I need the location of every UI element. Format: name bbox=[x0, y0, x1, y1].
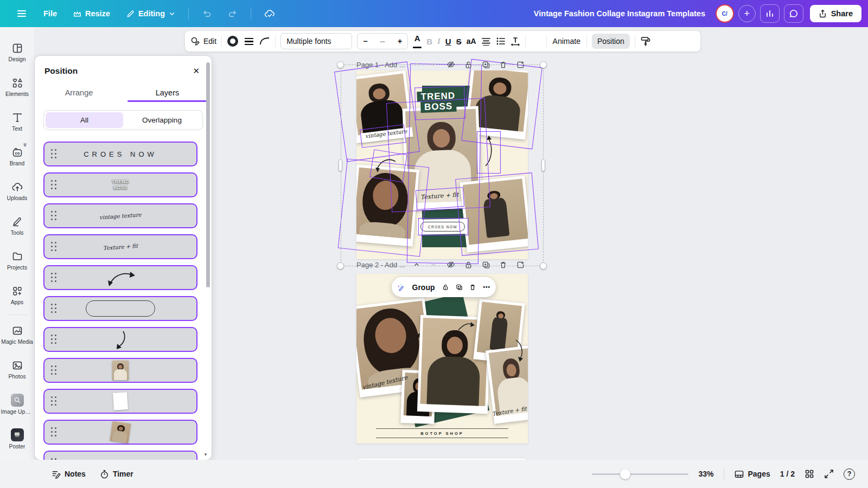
text-color-button[interactable]: A bbox=[413, 34, 422, 49]
notes-button[interactable]: Notes bbox=[52, 470, 86, 479]
animate-button[interactable]: Animate bbox=[552, 34, 582, 49]
zoom-slider-thumb[interactable] bbox=[620, 469, 630, 479]
layer-row-photo[interactable] bbox=[43, 358, 197, 383]
page1-title[interactable]: Page 1 - Add ... bbox=[356, 61, 405, 69]
move-page-down-icon[interactable] bbox=[430, 261, 437, 268]
duplicate-icon[interactable] bbox=[456, 282, 462, 292]
scroll-down-icon[interactable]: ▼ bbox=[203, 452, 208, 457]
text-case-button[interactable]: aA bbox=[467, 37, 476, 46]
text-spacing-button[interactable] bbox=[510, 36, 520, 46]
stroke-weight-button[interactable] bbox=[244, 36, 254, 46]
tab-layers[interactable]: Layers bbox=[123, 84, 212, 101]
edit-image-button[interactable]: Edit bbox=[190, 36, 216, 46]
resize-handle-e[interactable] bbox=[541, 159, 545, 171]
lock-page-icon[interactable] bbox=[464, 261, 473, 269]
zoom-slider-track[interactable] bbox=[592, 473, 688, 475]
sidebar-item-elements[interactable]: Elements bbox=[0, 69, 34, 104]
duplicate-page-icon[interactable] bbox=[482, 261, 490, 269]
bold-button[interactable]: B bbox=[426, 37, 432, 46]
filter-overlapping[interactable]: Overlapping bbox=[123, 112, 201, 128]
redo-button[interactable] bbox=[221, 4, 244, 23]
sidebar-item-brand[interactable]: ♛ co Brand bbox=[0, 139, 34, 174]
layer-row-photo[interactable] bbox=[43, 420, 197, 445]
alignment-button[interactable] bbox=[481, 37, 491, 46]
resize-handle-sw[interactable] bbox=[337, 262, 344, 269]
hide-page-icon[interactable] bbox=[446, 60, 455, 69]
line-curve-button[interactable] bbox=[259, 37, 270, 46]
add-member-button[interactable]: + bbox=[738, 5, 756, 22]
delete-page-icon[interactable] bbox=[499, 61, 507, 69]
underline-button[interactable]: U bbox=[445, 37, 451, 46]
duplicate-page-icon[interactable] bbox=[482, 61, 490, 69]
resize-button[interactable]: Resize bbox=[67, 5, 117, 22]
strikethrough-button[interactable]: S bbox=[456, 37, 462, 46]
lock-page-icon[interactable] bbox=[464, 61, 473, 69]
resize-handle-w[interactable] bbox=[339, 159, 342, 171]
fullscreen-button[interactable] bbox=[824, 469, 834, 479]
add-page-icon[interactable] bbox=[516, 261, 525, 269]
sidebar-item-poster[interactable]: Poster bbox=[0, 421, 34, 456]
position-button[interactable]: Position bbox=[592, 34, 630, 49]
page1-artboard[interactable]: TREND BOSS vintage texture Texture + fit… bbox=[356, 70, 528, 259]
filter-all[interactable]: All bbox=[46, 112, 123, 128]
comments-button[interactable] bbox=[784, 4, 803, 23]
move-page-down-icon[interactable] bbox=[430, 61, 437, 68]
layer-row-clipped[interactable] bbox=[43, 451, 197, 460]
font-size-value[interactable]: -- bbox=[380, 37, 385, 46]
layer-row-script[interactable]: vintage texture bbox=[43, 203, 197, 228]
zoom-slider[interactable] bbox=[592, 469, 688, 479]
zoom-level[interactable]: 33% bbox=[698, 470, 713, 478]
share-button[interactable]: Share bbox=[810, 5, 861, 22]
sidebar-item-tools[interactable]: Tools bbox=[0, 208, 34, 243]
list-button[interactable] bbox=[496, 37, 506, 46]
user-avatar[interactable]: C/ bbox=[716, 4, 734, 23]
hide-page-icon[interactable] bbox=[446, 260, 455, 269]
font-size-increase[interactable]: + bbox=[398, 37, 402, 46]
italic-button[interactable]: I bbox=[437, 37, 441, 46]
sidebar-item-photos[interactable]: Photos bbox=[0, 352, 34, 387]
layer-row-badge[interactable]: TRENDBOSS bbox=[43, 172, 197, 197]
layer-row-text[interactable]: CROES NOW bbox=[43, 142, 197, 166]
resize-handle-nw[interactable] bbox=[337, 61, 344, 68]
layer-row-script[interactable]: Texture + fit bbox=[43, 234, 197, 259]
resize-handle-ne[interactable] bbox=[540, 61, 547, 68]
font-size-decrease[interactable]: − bbox=[363, 37, 367, 46]
more-options-button[interactable]: ••• bbox=[483, 284, 490, 290]
layer-row-paper[interactable] bbox=[43, 389, 197, 414]
transparency-button[interactable] bbox=[531, 36, 541, 47]
insights-button[interactable] bbox=[760, 4, 780, 23]
editing-mode-button[interactable]: Editing bbox=[120, 5, 182, 22]
group-button[interactable]: Group bbox=[412, 283, 435, 292]
layer-row-pill[interactable] bbox=[43, 296, 197, 321]
cloud-save-status[interactable] bbox=[258, 4, 282, 23]
layer-row-arrow[interactable] bbox=[43, 327, 197, 352]
help-button[interactable]: ? bbox=[844, 468, 855, 480]
font-family-selector[interactable]: Multiple fonts bbox=[280, 33, 352, 49]
document-title[interactable]: Vintage Fashion Collage Instagram Templa… bbox=[534, 0, 705, 27]
sidebar-item-magic-media[interactable]: Magic Media bbox=[0, 317, 34, 352]
shape-fill-button[interactable] bbox=[227, 35, 239, 47]
lock-icon[interactable] bbox=[442, 282, 449, 292]
grid-view-button[interactable] bbox=[805, 469, 814, 479]
sidebar-item-text[interactable]: Text bbox=[0, 104, 34, 139]
tab-arrange[interactable]: Arrange bbox=[35, 84, 123, 101]
timer-button[interactable]: Timer bbox=[100, 470, 133, 479]
move-page-up-icon[interactable] bbox=[413, 261, 420, 268]
file-menu-button[interactable]: File bbox=[37, 5, 63, 22]
resize-handle-se[interactable] bbox=[540, 262, 547, 269]
pages-button[interactable]: Pages bbox=[734, 470, 770, 479]
undo-button[interactable] bbox=[195, 4, 218, 23]
sidebar-item-uploads[interactable]: Uploads bbox=[0, 174, 34, 208]
layer-row-arrow[interactable] bbox=[43, 265, 197, 290]
add-page-icon[interactable] bbox=[516, 61, 525, 69]
sidebar-item-image-upscaler[interactable]: Image Upsc... bbox=[0, 387, 34, 421]
page2-artboard[interactable]: vintage texture Texture + fit BOTOP SHOP bbox=[356, 274, 528, 444]
sidebar-item-apps[interactable]: Apps bbox=[0, 278, 34, 312]
move-page-up-icon[interactable] bbox=[413, 61, 420, 68]
panel-scrollbar[interactable] bbox=[206, 62, 210, 287]
delete-icon[interactable] bbox=[469, 282, 476, 292]
sidebar-item-projects[interactable]: Projects bbox=[0, 243, 34, 278]
delete-page-icon[interactable] bbox=[499, 261, 507, 269]
sidebar-item-design[interactable]: Design bbox=[0, 35, 34, 69]
page2-title[interactable]: Page 2 - Add ... bbox=[356, 261, 405, 269]
